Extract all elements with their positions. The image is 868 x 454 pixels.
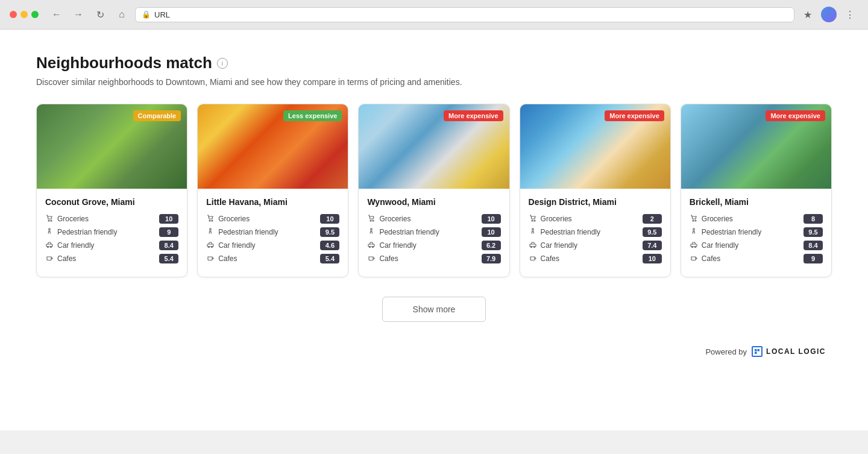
amenity-left: Car friendly: [45, 241, 159, 250]
amenity-score: 9: [804, 254, 823, 263]
maximize-button[interactable]: [31, 11, 39, 18]
amenity-icon: [367, 228, 376, 237]
amenity-icon: [206, 254, 215, 263]
home-button[interactable]: ⌂: [113, 6, 130, 23]
svg-rect-30: [755, 349, 757, 352]
amenity-left: Car friendly: [690, 241, 804, 250]
amenity-label: Car friendly: [541, 241, 577, 250]
amenity-label: Car friendly: [218, 241, 255, 250]
amenity-icon: [45, 228, 54, 237]
forward-button[interactable]: →: [70, 6, 87, 23]
amenity-row: Cafes 9: [690, 254, 823, 263]
page-title-text: Neighbourhoods match: [36, 54, 212, 72]
amenity-score: 8.4: [159, 241, 178, 250]
info-icon[interactable]: i: [217, 58, 228, 69]
svg-point-26: [693, 228, 694, 229]
show-more-container: Show more: [36, 297, 832, 322]
amenity-left: Groceries: [45, 215, 159, 224]
back-button[interactable]: ←: [48, 6, 65, 23]
amenity-left: Groceries: [529, 215, 643, 224]
amenity-left: Pedestrian friendly: [367, 228, 481, 237]
amenity-icon: [206, 228, 215, 237]
show-more-button[interactable]: Show more: [382, 297, 486, 322]
amenity-row: Groceries 10: [367, 214, 500, 224]
refresh-button[interactable]: ↻: [92, 6, 108, 23]
amenity-score: 9.5: [643, 227, 662, 237]
amenity-row: Pedestrian friendly 9.5: [690, 227, 823, 237]
amenity-label: Cafes: [218, 254, 237, 263]
minimize-button[interactable]: [20, 11, 28, 18]
address-bar[interactable]: 🔒 URL: [135, 7, 794, 22]
amenity-left: Car friendly: [206, 241, 320, 250]
browser-navigation: ← → ↻ ⌂: [48, 6, 130, 23]
amenity-score: 10: [482, 227, 501, 237]
amenity-score: 2: [643, 214, 662, 224]
amenity-row: Pedestrian friendly 9.5: [206, 227, 339, 237]
amenity-icon: [529, 228, 537, 237]
svg-point-7: [212, 220, 213, 221]
amenity-row: Car friendly 8.4: [690, 241, 823, 250]
bookmark-button[interactable]: ★: [799, 6, 816, 23]
amenity-row: Groceries 10: [206, 214, 339, 224]
neighborhood-card[interactable]: More expensive Wynwood, Miami Groceries …: [358, 104, 509, 277]
powered-by: Powered by LOCAL LOGIC: [36, 346, 832, 357]
powered-by-label: Powered by: [705, 347, 747, 356]
amenity-icon: [690, 241, 698, 250]
menu-button[interactable]: ⋮: [841, 6, 858, 23]
amenity-icon: [367, 215, 376, 224]
amenity-row: Groceries 2: [529, 214, 662, 224]
amenity-score: 6.2: [482, 241, 501, 250]
amenity-row: Car friendly 4.6: [206, 241, 339, 250]
browser-chrome: ← → ↻ ⌂ 🔒 URL ★ ⋮: [0, 0, 868, 30]
amenity-left: Groceries: [367, 215, 481, 224]
amenity-left: Car friendly: [367, 241, 481, 250]
card-body: Coconut Grove, Miami Groceries 10 Pedest…: [37, 189, 187, 277]
card-image-container: More expensive: [681, 104, 831, 189]
amenity-icon: [45, 241, 54, 250]
card-title: Design District, Miami: [529, 197, 662, 207]
amenity-left: Pedestrian friendly: [690, 228, 804, 237]
amenity-score: 5.4: [320, 254, 339, 263]
amenity-label: Groceries: [702, 215, 733, 223]
svg-point-14: [371, 228, 372, 229]
amenity-score: 9.5: [320, 227, 339, 237]
amenity-row: Car friendly 8.4: [45, 241, 178, 250]
url-text: URL: [154, 10, 170, 19]
close-button[interactable]: [10, 11, 17, 18]
lock-icon: 🔒: [142, 10, 151, 19]
neighborhood-card[interactable]: Less expensive Little Havana, Miami Groc…: [197, 104, 348, 277]
amenity-icon: [529, 241, 537, 250]
amenity-score: 10: [320, 214, 339, 224]
page-content: Neighbourhoods match i Discover similar …: [0, 30, 868, 430]
price-badge: More expensive: [605, 110, 664, 121]
amenity-icon: [529, 215, 537, 224]
local-logic-brand: LOCAL LOGIC: [766, 347, 826, 356]
card-title: Brickell, Miami: [690, 197, 823, 207]
neighborhood-card[interactable]: More expensive Brickell, Miami Groceries…: [681, 104, 832, 277]
card-image-container: Less expensive: [198, 104, 348, 189]
amenity-score: 8: [804, 214, 823, 224]
amenity-row: Cafes 7.9: [367, 254, 500, 263]
amenity-row: Car friendly 6.2: [367, 241, 500, 250]
local-logic-logo-icon: [752, 346, 763, 357]
amenity-row: Cafes 5.4: [45, 254, 178, 263]
card-title: Little Havana, Miami: [206, 197, 339, 207]
card-body: Wynwood, Miami Groceries 10 Pedestrian f…: [359, 189, 509, 277]
amenity-score: 7.9: [482, 254, 501, 263]
avatar[interactable]: [821, 7, 837, 22]
card-image-container: More expensive: [359, 104, 509, 189]
neighborhood-card[interactable]: Comparable Coconut Grove, Miami Grocerie…: [36, 104, 187, 277]
amenity-icon: [45, 215, 54, 224]
card-image-container: Comparable: [37, 104, 187, 189]
amenity-left: Cafes: [45, 254, 159, 263]
amenity-label: Groceries: [379, 215, 410, 223]
amenity-left: Cafes: [206, 254, 320, 263]
svg-point-24: [693, 220, 694, 221]
amenity-row: Car friendly 7.4: [529, 241, 662, 250]
amenity-row: Groceries 10: [45, 214, 178, 224]
amenity-icon: [45, 254, 54, 263]
neighborhood-card[interactable]: More expensive Design District, Miami Gr…: [520, 104, 671, 277]
amenity-score: 10: [482, 214, 501, 224]
page-title: Neighbourhoods match i: [36, 54, 832, 72]
traffic-lights: [10, 11, 39, 18]
